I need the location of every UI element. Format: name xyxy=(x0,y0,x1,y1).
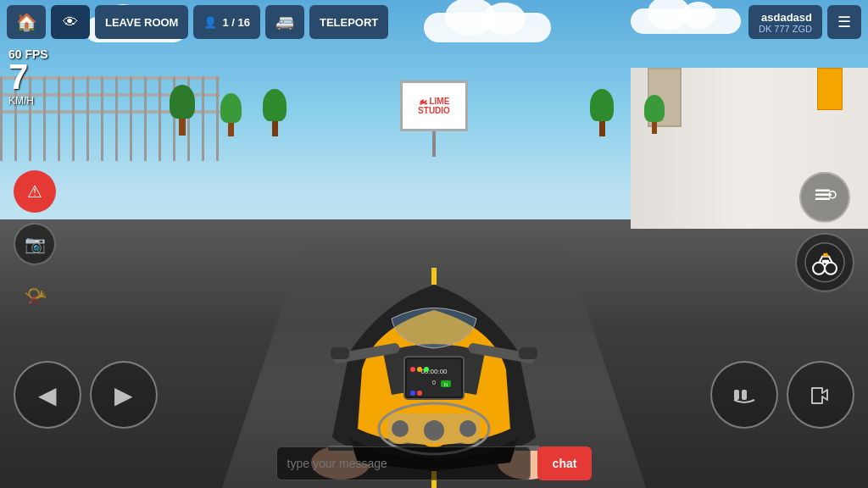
horn-button[interactable]: 📯 xyxy=(14,275,56,318)
steer-left-button[interactable]: ◀ xyxy=(14,361,81,429)
gas-icon xyxy=(804,378,837,412)
leave-room-button[interactable]: LEAVE ROOM xyxy=(95,5,188,39)
alert-icon: ⚠ xyxy=(27,181,42,202)
eye-button[interactable]: 👁 xyxy=(51,5,90,39)
left-controls: ⚠ 📷 📯 xyxy=(14,170,56,318)
steer-right-icon: ▶ xyxy=(114,381,133,409)
svg-point-32 xyxy=(813,263,825,274)
brake-icon xyxy=(727,378,761,412)
svg-text:N: N xyxy=(444,382,448,387)
tree-1 xyxy=(170,85,195,136)
brake-button[interactable] xyxy=(710,361,778,429)
svg-rect-7 xyxy=(407,359,461,396)
svg-rect-5 xyxy=(519,347,537,359)
svg-text:0: 0 xyxy=(432,380,436,385)
players-button[interactable]: 👤 1 / 16 xyxy=(193,5,260,39)
menu-button[interactable]: ☰ xyxy=(827,5,861,39)
svg-rect-36 xyxy=(742,390,747,400)
tree-4 xyxy=(590,89,614,136)
vehicle-icon-button[interactable]: 🚐 xyxy=(265,5,304,39)
players-count: 1 / 16 xyxy=(222,16,250,29)
cloud-3 xyxy=(631,8,741,34)
camera-button[interactable]: 📷 xyxy=(14,223,56,265)
cloud-2 xyxy=(424,13,551,42)
home-button[interactable]: 🏠 xyxy=(7,5,46,39)
headlight-icon xyxy=(812,182,837,213)
svg-point-30 xyxy=(829,191,836,198)
camera-icon: 📷 xyxy=(25,234,46,254)
motorcycle-select-icon xyxy=(804,241,846,284)
svg-point-15 xyxy=(410,391,415,396)
players-icon: 👤 xyxy=(203,16,217,29)
tree-2 xyxy=(220,93,242,136)
gas-button[interactable] xyxy=(787,361,854,429)
steer-left-icon: ◀ xyxy=(38,381,57,409)
steer-right-button[interactable]: ▶ xyxy=(90,361,158,429)
tree-3 xyxy=(263,89,287,136)
svg-rect-34 xyxy=(822,260,829,263)
svg-rect-35 xyxy=(734,390,739,400)
tree-5 xyxy=(644,95,665,134)
alert-button[interactable]: ⚠ xyxy=(14,170,56,213)
svg-rect-4 xyxy=(331,347,349,359)
teleport-button[interactable]: TELEPORT xyxy=(309,5,388,39)
svg-point-33 xyxy=(825,263,837,274)
svg-point-16 xyxy=(417,391,422,396)
horn-icon: 📯 xyxy=(24,286,47,308)
teleport-label: TELEPORT xyxy=(320,16,378,29)
chat-input[interactable] xyxy=(276,446,531,480)
svg-point-13 xyxy=(417,367,422,372)
svg-point-14 xyxy=(424,367,429,372)
billboard: 🏍 LIMESTUDIO xyxy=(400,80,468,157)
headlight-button[interactable] xyxy=(799,172,850,223)
svg-point-12 xyxy=(410,367,415,372)
chat-button[interactable]: chat xyxy=(537,446,593,480)
motorcycle-select-button[interactable] xyxy=(795,233,854,292)
chat-bar: chat xyxy=(0,439,868,488)
